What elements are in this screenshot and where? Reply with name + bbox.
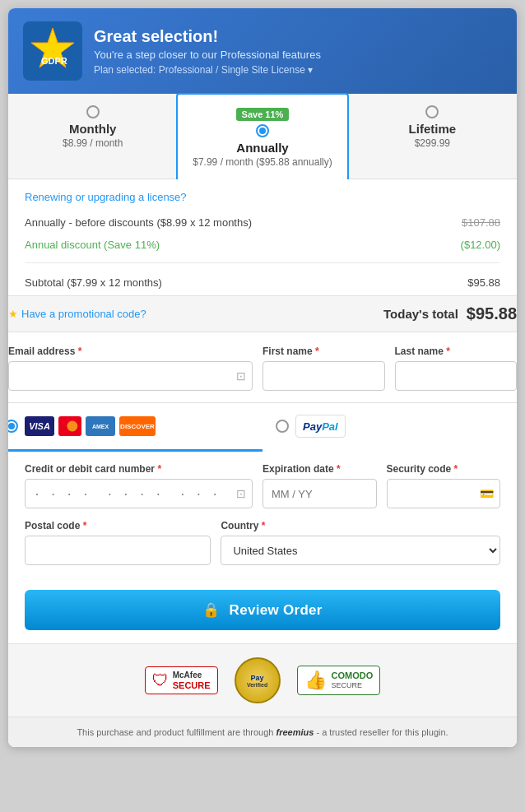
email-input-wrap: ⊡ [8,361,253,391]
postal-input[interactable] [25,536,211,565]
star-icon: GDPR [23,21,82,81]
content-area: Renewing or upgrading a license? Annuall… [8,179,517,295]
security-label: Security code * [387,463,501,475]
email-required: * [78,346,82,357]
total-label: Today's total [383,307,458,321]
security-wrap: 💳 [387,479,501,508]
expiry-input[interactable] [262,479,377,508]
expiry-group: Expiration date * [262,463,377,508]
mcafee-secure-text: SECURE [173,680,211,690]
dropdown-arrow-icon: ▾ [308,64,313,76]
visa-logo: VISA [25,416,54,436]
lock-icon: 🔒 [202,602,220,618]
header: GDPR Great selection! You're a step clos… [8,8,517,94]
last-name-group: Last name * [395,346,518,391]
lifetime-radio[interactable] [425,105,439,118]
last-name-label: Last name * [395,346,518,357]
comodo-secure-text: SECURE [332,681,374,691]
checkout-card: GDPR Great selection! You're a step clos… [8,8,517,747]
total-amount: $95.88 [467,304,517,323]
card-form: Credit or debit card number * ⊡ Expirati… [8,452,517,590]
card-payment-tab[interactable]: VISA AMEX DISCOVER [8,403,262,452]
email-label: Email address * [8,346,253,357]
email-icon: ⊡ [236,369,246,383]
footer: This purchase and product fulfillment ar… [8,717,517,747]
billing-tabs: Monthly $8.99 / month Save 11% Annually … [8,94,517,179]
before-discount-row: Annually - before discounts ($8.99 x 12 … [25,211,500,234]
security-group: Security code * 💳 [387,463,501,508]
country-group: Country * United States Canada United Ki… [221,520,500,565]
card-number-input[interactable] [25,479,253,508]
star-icon-promo: ★ [8,308,18,320]
paypal-payment-tab[interactable]: PayPal [262,403,517,452]
monthly-radio[interactable] [86,105,100,118]
email-group: Email address * ⊡ [8,346,253,391]
postal-country-row: Postal code * Country * United States Ca… [25,520,500,565]
tab-lifetime[interactable]: Lifetime $299.99 [348,94,517,179]
comodo-brand: COMODO [332,670,374,681]
card-icon: ⊡ [236,487,246,500]
discover-logo: DISCOVER [119,416,156,436]
card-radio[interactable] [8,420,18,433]
review-order-button[interactable]: 🔒 Review Order [25,590,500,630]
country-label: Country * [221,520,500,531]
paypal-logo: PayPal [295,415,346,438]
contact-form-row: Email address * ⊡ First name * Last name [8,346,517,391]
trust-badges: 🛡 McAfee SECURE Pay Verified 👍 COMODO SE… [8,643,517,717]
header-subtitle: You're a step closer to our Professional… [94,49,321,61]
email-input[interactable] [8,361,253,391]
tab-monthly[interactable]: Monthly $8.99 / month [8,94,177,179]
card-logos: VISA AMEX DISCOVER [25,416,156,436]
comodo-badge: 👍 COMODO SECURE [297,666,381,695]
mcafee-text: McAfee [173,670,211,680]
first-name-label: First name * [262,346,385,357]
mcafee-shield-icon: 🛡 [152,671,169,690]
first-name-group: First name * [262,346,385,391]
card-number-label: Credit or debit card number * [25,463,253,475]
mastercard-logo [58,416,81,436]
comodo-thumb-icon: 👍 [304,670,327,691]
card-number-row: Credit or debit card number * ⊡ Expirati… [25,463,500,508]
freemius-brand: freemius [276,727,314,737]
header-title: Great selection! [94,27,321,46]
svg-text:GDPR: GDPR [41,56,67,66]
amex-logo: AMEX [86,416,115,436]
header-text: Great selection! You're a step closer to… [94,27,321,76]
annually-radio[interactable] [256,124,269,137]
discount-row: Annual discount (Save 11%) ($12.00) [25,234,500,256]
country-select[interactable]: United States Canada United Kingdom Aust… [221,536,500,565]
card-number-group: Credit or debit card number * ⊡ [25,463,253,508]
price-divider [25,262,500,263]
svg-point-4 [67,421,77,432]
payment-methods: VISA AMEX DISCOVER PayPal [8,402,517,452]
card-back-icon: 💳 [480,487,494,500]
first-name-input[interactable] [262,361,385,391]
postal-label: Postal code * [25,520,211,531]
total-bar: ★Have a promotional code? Today's total … [8,295,517,332]
plan-line: Plan selected: Professional / Single Sit… [94,64,321,76]
renew-link[interactable]: Renewing or upgrading a license? [25,179,500,211]
paypal-radio[interactable] [276,420,289,433]
expiry-label: Expiration date * [262,463,377,475]
paypal-verified-badge: Pay Verified [235,657,281,703]
mcafee-badge: 🛡 McAfee SECURE [145,666,218,694]
card-number-wrap: ⊡ [25,479,253,508]
last-name-input[interactable] [395,361,518,391]
subtotal-row: Subtotal ($7.99 x 12 months) $95.88 [25,270,500,295]
promo-link[interactable]: ★Have a promotional code? [8,308,146,320]
payment-tabs: VISA AMEX DISCOVER PayPal [8,403,517,452]
postal-group: Postal code * [25,520,211,565]
contact-form: Email address * ⊡ First name * Last name [8,332,517,391]
tab-annually[interactable]: Save 11% Annually $7.99 / month ($95.88 … [176,93,348,179]
